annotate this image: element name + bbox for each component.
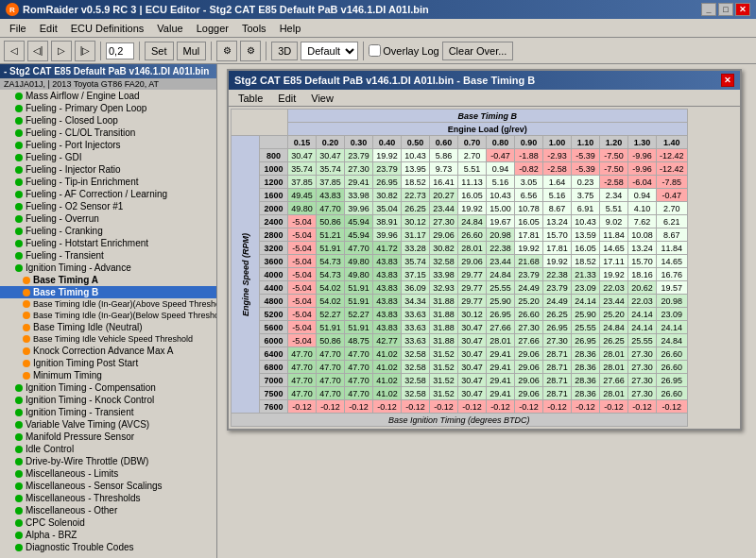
table-row: 5600-5.0451.9151.9143.8333.6331.8830.472…	[232, 321, 688, 334]
sidebar-item-vvt-avcs[interactable]: Variable Valve Timing (AVCS)	[0, 418, 216, 431]
menu-bar: File Edit ECU Definitions Value Logger T…	[0, 19, 756, 38]
sidebar-item-dtc[interactable]: Diagnostic Trouble Codes	[0, 541, 216, 553]
menu-value[interactable]: Value	[151, 22, 188, 35]
sidebar-item-fueling-tipin[interactable]: Fueling - Tip-in Enrichment	[0, 176, 216, 188]
table-window-title-bar: Stg2 CAT E85 Default PaB v146.1.DI A01I.…	[229, 71, 740, 90]
menu-ecu-definitions[interactable]: ECU Definitions	[65, 22, 150, 35]
close-button[interactable]: ✕	[735, 3, 750, 16]
dot-icon	[15, 105, 23, 112]
default-select[interactable]: Default	[301, 42, 358, 60]
table-window-title-text: Stg2 CAT E85 Default PaB v146.1.DI A01I.…	[234, 75, 535, 86]
mul-button[interactable]: Mul	[177, 42, 207, 60]
sidebar-item-fueling-injector[interactable]: Fueling - Injector Ratio	[0, 163, 216, 176]
dot-icon	[15, 495, 23, 502]
toolbar-btn-4[interactable]: |▷	[75, 41, 95, 61]
sidebar-item-idle-control[interactable]: Idle Control	[0, 443, 216, 455]
sidebar-item-base-timing-a[interactable]: Base Timing A	[0, 274, 216, 286]
sidebar-item-base-timing-b[interactable]: Base Timing B	[0, 286, 216, 298]
sidebar-item-base-timing-idle-above[interactable]: Base Timing Idle (In-Gear)(Above Speed T…	[0, 298, 216, 310]
sidebar-item-fueling-primary[interactable]: Fueling - Primary Open Loop	[0, 102, 216, 114]
maximize-button[interactable]: □	[718, 3, 733, 16]
dot-icon	[15, 191, 23, 198]
sidebar-item-fueling-af[interactable]: Fueling - AF Correction / Learning	[0, 188, 216, 200]
menu-edit[interactable]: Edit	[34, 22, 63, 35]
table-menu-table[interactable]: Table	[232, 93, 268, 104]
sidebar-item-fueling-clol[interactable]: Fueling - CL/OL Transition	[0, 127, 216, 139]
table-row: 750047.7047.7047.7041.0232.5831.5230.472…	[232, 387, 688, 400]
toolbar-number-input[interactable]	[106, 42, 134, 59]
table-menu-edit[interactable]: Edit	[272, 93, 301, 104]
table-row: 5200-5.0452.2752.2743.8333.6331.8830.122…	[232, 308, 688, 321]
sidebar-item-base-timing-idle-below[interactable]: Base Timing Idle (In-Gear)(Below Speed T…	[0, 310, 216, 321]
toolbar-btn-5[interactable]: ⚙	[216, 41, 237, 61]
dot-icon	[15, 117, 23, 125]
table-row: 100035.7435.7427.3023.7913.959.735.510.9…	[232, 162, 688, 176]
table-row: 6000-5.0450.8648.7542.7733.6331.8830.472…	[232, 334, 688, 347]
clear-button[interactable]: Clear Over...	[442, 42, 514, 60]
sidebar-item-fueling-transient[interactable]: Fueling - Transient	[0, 249, 216, 262]
sidebar-item-ignition-knock[interactable]: Ignition Timing - Knock Control	[0, 394, 216, 406]
minimize-button[interactable]: _	[701, 3, 716, 16]
sidebar-item-alpha-brz[interactable]: Alpha - BRZ	[0, 529, 216, 541]
3d-button[interactable]: 3D	[271, 42, 298, 60]
toolbar: ◁ ◁| ▷ |▷ Set Mul ⚙ ⚙ 3D Default Overlay…	[0, 38, 756, 64]
sep-1	[100, 42, 101, 60]
toolbar-btn-1[interactable]: ◁	[4, 41, 25, 61]
table-row: 2400-5.0450.8645.9438.9130.1227.3024.841…	[232, 215, 688, 228]
sidebar-item-base-timing-idle-neutral[interactable]: Base Timing Idle (Neutral)	[0, 321, 216, 333]
dot-icon	[15, 409, 23, 416]
table-window: Stg2 CAT E85 Default PaB v146.1.DI A01I.…	[227, 69, 742, 431]
dot-icon	[15, 446, 23, 453]
sidebar-item-ignition-advance[interactable]: Ignition Timing - Advance	[0, 262, 216, 274]
dot-icon	[23, 335, 30, 343]
dot-icon	[15, 264, 23, 272]
menu-logger[interactable]: Logger	[191, 22, 234, 35]
window-close-button[interactable]: ✕	[721, 74, 734, 87]
app-icon: R	[6, 3, 19, 16]
sidebar-item-mass-airflow[interactable]: Mass Airflow / Engine Load	[0, 90, 216, 102]
overlay-log-checkbox[interactable]	[369, 44, 381, 57]
dot-icon	[23, 312, 30, 319]
toolbar-btn-2[interactable]: ◁|	[27, 41, 48, 61]
toolbar-btn-6[interactable]: ⚙	[240, 41, 261, 61]
sidebar-item-fueling-hotstart[interactable]: Fueling - Hotstart Enrichment	[0, 237, 216, 249]
dot-icon	[15, 458, 23, 465]
dot-icon	[15, 93, 23, 100]
sidebar-item-dbw[interactable]: Drive-by-Wire Throttle (DBW)	[0, 455, 216, 467]
sidebar-item-manifold-pressure[interactable]: Manifold Pressure Sensor	[0, 431, 216, 443]
sidebar-item-ignition-transient[interactable]: Ignition Timing - Transient	[0, 406, 216, 418]
sidebar-header: - Stg2 CAT E85 Default PaB v146.1.DI A01…	[0, 64, 216, 78]
set-button[interactable]: Set	[145, 42, 174, 60]
dot-icon	[15, 178, 23, 186]
table-menu-view[interactable]: View	[305, 93, 339, 104]
sidebar-item-knock-correction[interactable]: Knock Correction Advance Max A	[0, 345, 216, 357]
sidebar-item-fueling-cranking[interactable]: Fueling - Cranking	[0, 225, 216, 237]
dot-icon	[23, 300, 30, 308]
sidebar-item-base-timing-idle-vspeed[interactable]: Base Timing Idle Vehicle Speed Threshold	[0, 333, 216, 345]
menu-help[interactable]: Help	[274, 22, 307, 35]
sidebar-item-fueling-overrun[interactable]: Fueling - Overrun	[0, 212, 216, 225]
table-row: 160049.4543.8333.9830.8222.7320.2716.051…	[232, 189, 688, 202]
sidebar-item-misc-thresholds[interactable]: Miscellaneous - Thresholds	[0, 492, 216, 504]
sidebar-item-ignition-compensation[interactable]: Ignition Timing - Compensation	[0, 381, 216, 394]
dot-icon	[15, 482, 23, 490]
dot-icon	[15, 433, 23, 441]
sidebar-item-fueling-o2[interactable]: Fueling - O2 Sensor #1	[0, 200, 216, 212]
sidebar-item-misc-limits[interactable]: Miscellaneous - Limits	[0, 467, 216, 480]
sidebar-item-fueling-closed[interactable]: Fueling - Closed Loop	[0, 114, 216, 127]
menu-tools[interactable]: Tools	[236, 22, 272, 35]
sidebar-item-misc-other[interactable]: Miscellaneous - Other	[0, 504, 216, 516]
sidebar-item-fueling-gdi[interactable]: Fueling - GDI	[0, 151, 216, 163]
dot-icon	[15, 129, 23, 137]
sidebar-item-cpc-solenoid[interactable]: CPC Solenoid	[0, 516, 216, 529]
sidebar-item-misc-sensor-scalings[interactable]: Miscellaneous - Sensor Scalings	[0, 480, 216, 492]
dot-icon	[15, 142, 23, 149]
sidebar-item-minimum-timing[interactable]: Minimum Timing	[0, 369, 216, 381]
menu-file[interactable]: File	[4, 22, 32, 35]
sep-2	[139, 42, 140, 60]
dot-icon	[15, 519, 23, 527]
toolbar-btn-3[interactable]: ▷	[51, 41, 72, 61]
dot-icon	[15, 203, 23, 211]
sidebar-item-ignition-post-start[interactable]: Ignition Timing Post Start	[0, 357, 216, 369]
sidebar-item-fueling-port[interactable]: Fueling - Port Injectors	[0, 139, 216, 151]
